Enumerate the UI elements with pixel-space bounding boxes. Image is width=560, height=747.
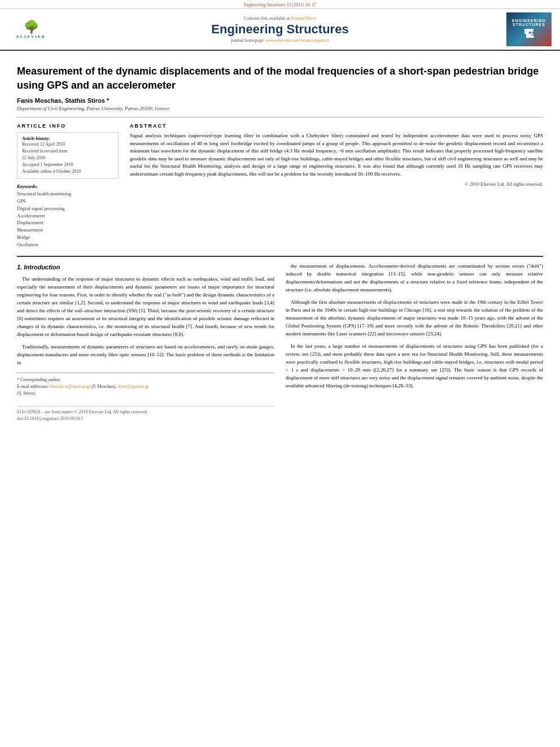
elsevier-logo-area: 🌳 ELSEVIER — [6, 20, 56, 39]
body-col-left: 1. Introduction The understanding of the… — [17, 263, 274, 422]
elsevier-wordmark: ELSEVIER — [16, 34, 45, 39]
footnote-email: E-mail addresses: finosch as@upatras.gr … — [17, 383, 274, 390]
footnote-email2-person: (S. Stiros). — [17, 390, 274, 397]
doi-line2: doi:10.1016/j.engstruct.2010.09.013 — [17, 416, 274, 422]
journal-homepage: journal homepage: www.elsevier.com/locat… — [56, 38, 504, 43]
footnote-email2-link[interactable]: stiros@upatras.gr — [117, 384, 149, 389]
journal-title: Engineering Structures — [56, 22, 504, 37]
body-paragraph-2: Traditionally, measurements of dynamic p… — [17, 343, 274, 367]
section1-title: 1. Introduction — [17, 263, 274, 272]
received-revised-label: Received in revised form — [22, 148, 113, 155]
author-names: Fanis Moschas, Stathis Stiros * — [17, 97, 109, 104]
body-paragraph-5: In the last years, a large number of mea… — [286, 343, 543, 390]
homepage-link[interactable]: www.elsevier.com/locate/engstruct — [266, 38, 329, 43]
journal-header: 🌳 ELSEVIER Contents lists available at S… — [0, 9, 560, 51]
footnote-email1-link[interactable]: finosch as@upatras.gr — [50, 384, 90, 389]
bottom-bar: 0141-0296/$ – see front matter © 2010 El… — [17, 406, 274, 423]
available-date: Available online 4 October 2010 — [22, 168, 113, 175]
received-date: Received 12 April 2010 — [22, 141, 113, 148]
journal-citation: Engineering Structures 33 (2011) 10–17 — [244, 2, 317, 7]
keyword-4: Accelerometer — [17, 212, 119, 220]
sciencedirect-link[interactable]: ScienceDirect — [291, 16, 317, 21]
elsevier-tree-icon: 🌳 — [24, 20, 39, 34]
keyword-7: Bridge — [17, 234, 119, 241]
authors-line: Fanis Moschas, Stathis Stiros * — [17, 97, 543, 104]
keyword-2: GPS — [17, 198, 119, 205]
homepage-text: journal homepage: — [231, 38, 266, 43]
accepted-date: Accepted 1 September 2010 — [22, 161, 113, 168]
engineering-structures-badge: ENGINEERING STRUCTURES 🏗 — [506, 12, 552, 46]
sciencedirect-line: Contents lists available at ScienceDirec… — [56, 16, 504, 21]
history-label: Article history: — [22, 136, 113, 141]
keyword-6: Measurement — [17, 226, 119, 234]
body-paragraph-3: the measurement of displacements. Accele… — [286, 263, 543, 294]
abstract-col: ABSTRACT Signal analysis techniques (sup… — [130, 123, 543, 248]
article-title: Measurement of the dynamic displacements… — [17, 64, 543, 93]
article-info-col: ARTICLE INFO Article history: Received 1… — [17, 123, 119, 248]
journal-badge-area: ENGINEERING STRUCTURES 🏗 — [504, 12, 554, 46]
journal-bar: Engineering Structures 33 (2011) 10–17 — [0, 0, 560, 9]
footnote-area: * Corresponding author. E-mail addresses… — [17, 373, 274, 397]
footnote-star: * Corresponding author. — [17, 377, 61, 382]
article-meta-section: ARTICLE INFO Article history: Received 1… — [17, 117, 543, 248]
body-content: 1. Introduction The understanding of the… — [17, 256, 543, 422]
article-content: Measurement of the dynamic displacements… — [0, 51, 560, 429]
keyword-8: Oscillation — [17, 241, 119, 248]
keywords-label: Keywords: — [17, 184, 119, 189]
keywords-box: Keywords: Structural health monitoring G… — [17, 184, 119, 248]
abstract-heading: ABSTRACT — [130, 123, 543, 129]
article-info-heading: ARTICLE INFO — [17, 123, 119, 129]
body-paragraph-1: The understanding of the response of maj… — [17, 276, 274, 339]
footnote-email1-person: (F. Moschas), — [91, 384, 116, 389]
article-history-box: Article history: Received 12 April 2010 … — [17, 132, 119, 179]
affiliation: Department of Civil Engineering, Patras … — [17, 106, 543, 111]
sciencedirect-text: Contents lists available at — [244, 16, 291, 21]
abstract-text: Signal analysis techniques (supervised-t… — [130, 132, 543, 178]
footnote-email-label: E-mail addresses: — [17, 384, 50, 389]
body-col-right: the measurement of displacements. Accele… — [286, 263, 543, 422]
revised-date: 22 July 2010 — [22, 155, 113, 161]
doi-line1: 0141-0296/$ – see front matter © 2010 El… — [17, 409, 274, 416]
body-paragraph-4: Although the first absolute measurements… — [286, 299, 543, 338]
copyright: © 2010 Elsevier Ltd. All rights reserved… — [130, 181, 543, 187]
keyword-5: Displacement — [17, 219, 119, 226]
keyword-1: Structural health monitoring — [17, 190, 119, 198]
footnote-corresponding: * Corresponding author. — [17, 377, 274, 383]
keyword-3: Digital signal processing — [17, 205, 119, 212]
journal-header-center: Contents lists available at ScienceDirec… — [56, 16, 504, 43]
